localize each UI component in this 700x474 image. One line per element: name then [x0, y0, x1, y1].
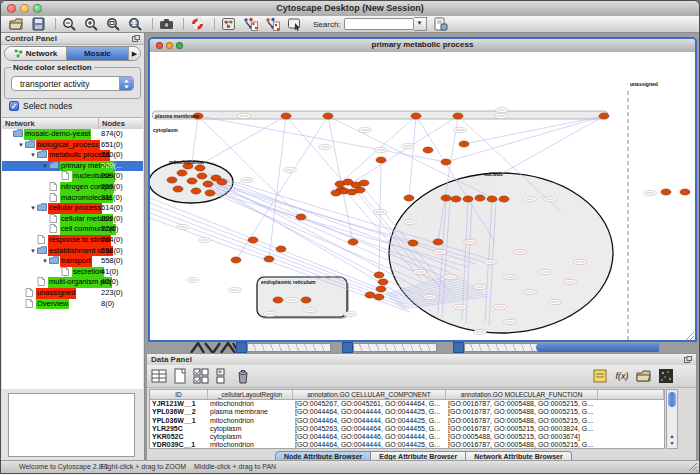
- tree-node-label[interactable]: biological_process: [36, 140, 100, 151]
- tab-mosaic[interactable]: Mosaic: [67, 47, 129, 60]
- tree-header-network[interactable]: Network: [2, 118, 99, 129]
- tree-row[interactable]: ▼primary metabo209(...: [2, 161, 143, 172]
- import-icon[interactable]: [433, 17, 448, 31]
- save-icon[interactable]: [31, 17, 46, 31]
- network-window-titlebar[interactable]: primary metabolic process: [150, 39, 695, 53]
- tree-node-label[interactable]: mosaic-demo-yeast: [24, 129, 91, 140]
- scrollbar-thumb[interactable]: [668, 392, 676, 407]
- scroll-up-arrow[interactable]: ▲: [667, 433, 677, 440]
- tree-node-label[interactable]: Overview: [36, 299, 69, 310]
- column-header[interactable]: ID: [150, 390, 208, 399]
- table-cell[interactable]: YPL036W__1: [150, 417, 208, 425]
- notes-icon[interactable]: [592, 368, 608, 384]
- tree-row[interactable]: cell communicat22(0): [2, 224, 143, 235]
- import-attributes-icon[interactable]: [636, 368, 652, 384]
- tree-row[interactable]: Overview8(0): [2, 299, 143, 310]
- search-dropdown-arrow[interactable]: ▼: [414, 17, 427, 31]
- background-window-titlebar[interactable]: [342, 342, 353, 353]
- tree-row[interactable]: ▼biological_process651(0): [2, 140, 143, 151]
- table-cell[interactable]: [GO:0045263, GO:0044464, GO:0044455, G..…: [293, 425, 446, 433]
- tree-node-label[interactable]: unassigned: [36, 288, 76, 299]
- tree-row[interactable]: secretion41(0): [2, 267, 143, 278]
- table-cell[interactable]: [GO:0016787, GO:0005488, GO:0005215, G..…: [446, 441, 598, 449]
- zoom-out-icon[interactable]: [62, 17, 77, 31]
- tree-row[interactable]: multi-organism pro42(0): [2, 277, 143, 288]
- open-icon[interactable]: [9, 17, 24, 31]
- vizmapper-icon[interactable]: [221, 17, 236, 31]
- tree-row[interactable]: mosaic-demo-yeast874(0): [2, 129, 143, 140]
- tab-scroll-arrow[interactable]: ▶: [129, 47, 140, 60]
- tree-row[interactable]: ▼transport558(0): [2, 256, 143, 267]
- column-header[interactable]: annotation.GO MOLECULAR_FUNCTION: [446, 390, 598, 399]
- disclosure-triangle[interactable]: ▼: [29, 150, 37, 161]
- table-cell[interactable]: [GO:0044464, GO:0044444, GO:0044425, G..…: [293, 408, 446, 416]
- disclosure-triangle[interactable]: ▼: [41, 161, 49, 172]
- network-view-window[interactable]: primary metabolic process plasma membran…: [148, 37, 697, 342]
- tree-row[interactable]: ▼establishment of lo558(0): [2, 246, 143, 257]
- tree-header-nodes[interactable]: Nodes: [99, 118, 143, 129]
- tree-row[interactable]: ▼cellular process614(0): [2, 203, 143, 214]
- column-header[interactable]: annotation.GO CELLULAR_COMPONENT: [293, 390, 446, 399]
- snapshot-camera-icon[interactable]: [159, 17, 174, 31]
- network-canvas[interactable]: plasma membranecytoplasmmitochondrionnuc…: [150, 52, 695, 340]
- select-mode-icon[interactable]: [287, 17, 302, 31]
- tree-node-label[interactable]: transport: [60, 256, 92, 267]
- search-input[interactable]: [344, 18, 414, 30]
- table-cell[interactable]: YJR121W__1: [150, 400, 208, 408]
- birds-eye-view[interactable]: [8, 393, 135, 457]
- scroll-down-arrow[interactable]: ▼: [667, 440, 677, 447]
- table-cell[interactable]: [GO:0016787, GO:0005488, GO:0005215, G..…: [446, 400, 598, 408]
- table-cell[interactable]: mitochondrion: [208, 417, 293, 425]
- zoom-selected-icon[interactable]: [106, 17, 121, 31]
- table-cell[interactable]: [GO:0016787, GO:0005488, GO:0005215, G..…: [446, 417, 598, 425]
- table-cell[interactable]: [GO:0044464, GO:0044446, GO:0044444, G..…: [293, 433, 446, 441]
- tab-network[interactable]: Network: [5, 47, 67, 60]
- background-window-fragment[interactable]: [464, 343, 542, 352]
- tree-node-label[interactable]: cellular process: [48, 203, 102, 214]
- background-window-titlebar[interactable]: [453, 342, 464, 353]
- disclosure-triangle[interactable]: ▼: [17, 140, 25, 151]
- node-color-dropdown[interactable]: transporter activity: [11, 76, 134, 91]
- background-window-bar[interactable]: [536, 343, 659, 352]
- tree-row[interactable]: cellular metabo209(0): [2, 214, 143, 225]
- background-window-fragment[interactable]: [353, 343, 437, 352]
- select-nodes-checkbox[interactable]: ✓: [9, 101, 19, 111]
- matrix-icon[interactable]: [658, 368, 674, 384]
- tree-row[interactable]: macromolecule311(0): [2, 193, 143, 204]
- background-window-fragment[interactable]: [247, 343, 331, 352]
- column-header[interactable]: _cellularLayoutRegion: [208, 390, 293, 399]
- tree-row[interactable]: nitrogen compo209(0): [2, 182, 143, 193]
- resize-grip[interactable]: [688, 462, 698, 472]
- tree-row[interactable]: unassigned223(0): [2, 288, 143, 299]
- table-cell[interactable]: cytoplasm: [208, 425, 293, 433]
- table-cell[interactable]: cytoplasm: [208, 433, 293, 441]
- tree-node-label[interactable]: secretion: [72, 267, 104, 278]
- table-cell[interactable]: [GO:0044464, GO:0044444, GO:0044425, G..…: [293, 441, 446, 449]
- new-attribute-icon[interactable]: [172, 368, 188, 384]
- table-row[interactable]: YDR039C__1mitochondrion[GO:0044464, GO:0…: [150, 441, 664, 449]
- table-cell[interactable]: [GO:0016787, GO:0005488, GO:0005215, G..…: [446, 408, 598, 416]
- table-row[interactable]: YJR121W__1mitochondrion[GO:0045267, GO:0…: [150, 400, 664, 408]
- table-cell[interactable]: YPL036W__2: [150, 408, 208, 416]
- attribute-table-icon[interactable]: [151, 368, 167, 384]
- tree-row[interactable]: nucleobase-209(0): [2, 171, 143, 182]
- table-cell[interactable]: plasma membrane: [208, 408, 293, 416]
- layout-2-icon[interactable]: [265, 17, 280, 31]
- layout-1-icon[interactable]: [243, 17, 258, 31]
- table-cell[interactable]: YDR039C__1: [150, 441, 208, 449]
- table-row[interactable]: YLR295Ccytoplasm[GO:0045263, GO:0044464,…: [150, 425, 664, 433]
- zoom-fit-icon[interactable]: 1:1: [128, 17, 143, 31]
- table-cell[interactable]: [GO:0016787, GO:0005215, GO:0003824, G..…: [446, 425, 598, 433]
- table-cell[interactable]: YKR052C: [150, 433, 208, 441]
- table-row[interactable]: YPL036W__2plasma membrane[GO:0044464, GO…: [150, 408, 664, 416]
- attribute-matrix-icon[interactable]: [213, 368, 229, 384]
- table-cell[interactable]: [GO:0044464, GO:0044444, GO:0044425, G..…: [293, 417, 446, 425]
- function-icon[interactable]: f(x): [614, 368, 630, 384]
- zoom-in-icon[interactable]: [84, 17, 99, 31]
- help-lifering-icon[interactable]: [190, 17, 205, 31]
- table-scrollbar[interactable]: ▲ ▼: [666, 389, 678, 449]
- delete-attribute-icon[interactable]: [235, 368, 251, 384]
- disclosure-triangle[interactable]: ▼: [41, 256, 49, 267]
- disclosure-triangle[interactable]: ▼: [29, 246, 37, 257]
- disclosure-triangle[interactable]: ▼: [29, 203, 37, 214]
